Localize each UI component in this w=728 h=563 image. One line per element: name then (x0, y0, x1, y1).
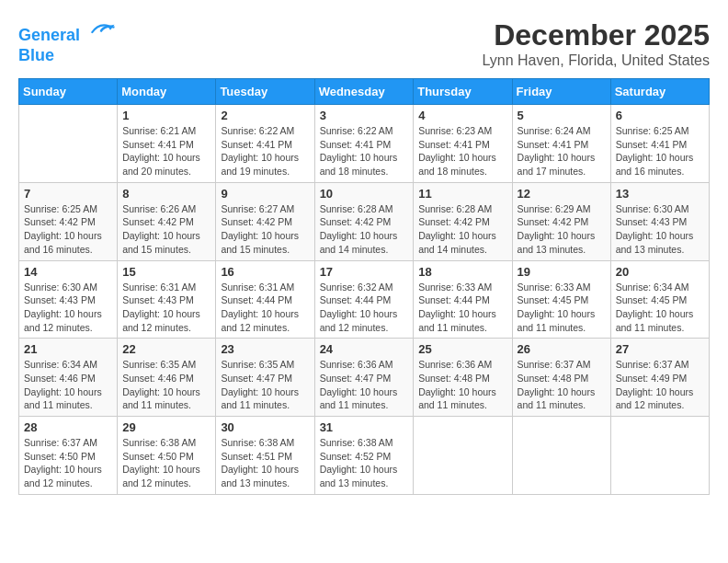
header: General Blue December 2025 Lynn Haven, F… (18, 18, 710, 69)
calendar-day-cell: 30Sunrise: 6:38 AM Sunset: 4:51 PM Dayli… (216, 417, 314, 495)
day-number: 6 (616, 109, 704, 122)
weekday-header-cell: Friday (512, 79, 610, 105)
calendar-day-cell: 22Sunrise: 6:35 AM Sunset: 4:46 PM Dayli… (118, 339, 216, 417)
day-info: Sunrise: 6:38 AM Sunset: 4:52 PM Dayligh… (320, 436, 409, 490)
day-number: 17 (320, 265, 409, 279)
calendar-day-cell: 12Sunrise: 6:29 AM Sunset: 4:42 PM Dayli… (512, 182, 610, 260)
day-number: 20 (616, 265, 704, 279)
day-number: 24 (320, 342, 409, 356)
day-number: 31 (320, 420, 409, 434)
calendar-day-cell: 4Sunrise: 6:23 AM Sunset: 4:41 PM Daylig… (414, 105, 512, 183)
title-area: December 2025 Lynn Haven, Florida, Unite… (482, 18, 710, 69)
calendar-day-cell: 29Sunrise: 6:38 AM Sunset: 4:50 PM Dayli… (118, 417, 216, 495)
day-number: 25 (418, 342, 506, 356)
day-number: 30 (221, 420, 309, 434)
calendar-day-cell: 27Sunrise: 6:37 AM Sunset: 4:49 PM Dayli… (610, 339, 709, 417)
calendar-day-cell: 3Sunrise: 6:22 AM Sunset: 4:41 PM Daylig… (314, 105, 414, 183)
day-info: Sunrise: 6:30 AM Sunset: 4:43 PM Dayligh… (24, 281, 112, 335)
day-number: 11 (418, 187, 506, 201)
day-info: Sunrise: 6:31 AM Sunset: 4:44 PM Dayligh… (221, 281, 309, 335)
calendar-day-cell: 13Sunrise: 6:30 AM Sunset: 4:43 PM Dayli… (610, 182, 709, 260)
calendar-day-cell: 9Sunrise: 6:27 AM Sunset: 4:42 PM Daylig… (216, 182, 314, 260)
calendar-day-cell: 6Sunrise: 6:25 AM Sunset: 4:41 PM Daylig… (610, 105, 709, 183)
day-info: Sunrise: 6:28 AM Sunset: 4:42 PM Dayligh… (418, 202, 506, 257)
day-number: 23 (221, 342, 309, 356)
day-number: 8 (122, 187, 210, 201)
calendar-day-cell: 24Sunrise: 6:36 AM Sunset: 4:47 PM Dayli… (314, 339, 414, 417)
day-info: Sunrise: 6:25 AM Sunset: 4:41 PM Dayligh… (616, 124, 704, 178)
day-info: Sunrise: 6:36 AM Sunset: 4:47 PM Dayligh… (320, 358, 409, 412)
calendar-body: 1Sunrise: 6:21 AM Sunset: 4:41 PM Daylig… (19, 105, 710, 495)
day-info: Sunrise: 6:21 AM Sunset: 4:41 PM Dayligh… (122, 124, 210, 178)
calendar-day-cell: 26Sunrise: 6:37 AM Sunset: 4:48 PM Dayli… (512, 339, 610, 417)
day-info: Sunrise: 6:37 AM Sunset: 4:49 PM Dayligh… (616, 358, 704, 412)
day-number: 14 (24, 265, 112, 279)
day-info: Sunrise: 6:28 AM Sunset: 4:42 PM Dayligh… (320, 202, 409, 257)
calendar-day-cell: 16Sunrise: 6:31 AM Sunset: 4:44 PM Dayli… (216, 260, 314, 339)
calendar-day-cell: 23Sunrise: 6:35 AM Sunset: 4:47 PM Dayli… (216, 339, 314, 417)
day-info: Sunrise: 6:23 AM Sunset: 4:41 PM Dayligh… (418, 124, 506, 178)
day-info: Sunrise: 6:26 AM Sunset: 4:42 PM Dayligh… (122, 202, 210, 257)
day-info: Sunrise: 6:32 AM Sunset: 4:44 PM Dayligh… (320, 281, 409, 335)
day-number: 16 (221, 265, 309, 279)
day-number: 26 (518, 342, 606, 356)
day-number: 3 (320, 109, 409, 122)
day-info: Sunrise: 6:31 AM Sunset: 4:43 PM Dayligh… (122, 281, 210, 335)
day-number: 18 (418, 265, 506, 279)
weekday-header-cell: Sunday (19, 79, 118, 105)
calendar-day-cell (512, 417, 610, 495)
day-number: 4 (418, 109, 506, 122)
day-info: Sunrise: 6:34 AM Sunset: 4:46 PM Dayligh… (24, 358, 112, 412)
calendar-day-cell (414, 417, 512, 495)
day-info: Sunrise: 6:37 AM Sunset: 4:50 PM Dayligh… (24, 436, 112, 490)
day-info: Sunrise: 6:35 AM Sunset: 4:47 PM Dayligh… (221, 358, 309, 412)
day-info: Sunrise: 6:38 AM Sunset: 4:50 PM Dayligh… (122, 436, 210, 490)
day-info: Sunrise: 6:24 AM Sunset: 4:41 PM Dayligh… (518, 124, 606, 178)
day-number: 12 (518, 187, 606, 201)
calendar-week-row: 21Sunrise: 6:34 AM Sunset: 4:46 PM Dayli… (19, 339, 710, 417)
day-info: Sunrise: 6:22 AM Sunset: 4:41 PM Dayligh… (221, 124, 309, 178)
day-info: Sunrise: 6:29 AM Sunset: 4:42 PM Dayligh… (518, 202, 606, 257)
calendar-day-cell: 11Sunrise: 6:28 AM Sunset: 4:42 PM Dayli… (414, 182, 512, 260)
day-info: Sunrise: 6:25 AM Sunset: 4:42 PM Dayligh… (24, 202, 112, 257)
weekday-header-cell: Wednesday (314, 79, 414, 105)
weekday-header-cell: Tuesday (216, 79, 314, 105)
day-info: Sunrise: 6:22 AM Sunset: 4:41 PM Dayligh… (320, 124, 409, 178)
calendar-week-row: 1Sunrise: 6:21 AM Sunset: 4:41 PM Daylig… (19, 105, 710, 183)
day-info: Sunrise: 6:36 AM Sunset: 4:48 PM Dayligh… (418, 358, 506, 412)
weekday-header-row: SundayMondayTuesdayWednesdayThursdayFrid… (19, 79, 710, 105)
day-number: 1 (122, 109, 210, 122)
calendar-day-cell: 15Sunrise: 6:31 AM Sunset: 4:43 PM Dayli… (118, 260, 216, 339)
logo-general: General (18, 26, 80, 44)
day-number: 9 (221, 187, 309, 201)
day-number: 7 (24, 187, 112, 201)
day-number: 10 (320, 187, 409, 201)
day-info: Sunrise: 6:33 AM Sunset: 4:45 PM Dayligh… (518, 281, 606, 335)
calendar-week-row: 28Sunrise: 6:37 AM Sunset: 4:50 PM Dayli… (19, 417, 710, 495)
day-info: Sunrise: 6:37 AM Sunset: 4:48 PM Dayligh… (518, 358, 606, 412)
calendar-day-cell: 19Sunrise: 6:33 AM Sunset: 4:45 PM Dayli… (512, 260, 610, 339)
calendar: SundayMondayTuesdayWednesdayThursdayFrid… (18, 78, 710, 495)
day-number: 5 (518, 109, 606, 122)
day-number: 2 (221, 109, 309, 122)
weekday-header-cell: Monday (118, 79, 216, 105)
calendar-week-row: 14Sunrise: 6:30 AM Sunset: 4:43 PM Dayli… (19, 260, 710, 339)
logo-blue: Blue (18, 46, 116, 66)
calendar-day-cell: 31Sunrise: 6:38 AM Sunset: 4:52 PM Dayli… (314, 417, 414, 495)
day-number: 29 (122, 420, 210, 434)
day-number: 22 (122, 342, 210, 356)
month-title: December 2025 (482, 18, 710, 52)
day-info: Sunrise: 6:34 AM Sunset: 4:45 PM Dayligh… (616, 281, 704, 335)
calendar-day-cell: 21Sunrise: 6:34 AM Sunset: 4:46 PM Dayli… (19, 339, 118, 417)
day-info: Sunrise: 6:38 AM Sunset: 4:51 PM Dayligh… (221, 436, 309, 490)
day-info: Sunrise: 6:35 AM Sunset: 4:46 PM Dayligh… (122, 358, 210, 412)
calendar-day-cell: 7Sunrise: 6:25 AM Sunset: 4:42 PM Daylig… (19, 182, 118, 260)
calendar-day-cell (19, 105, 118, 183)
day-info: Sunrise: 6:27 AM Sunset: 4:42 PM Dayligh… (221, 202, 309, 257)
calendar-day-cell: 17Sunrise: 6:32 AM Sunset: 4:44 PM Dayli… (314, 260, 414, 339)
day-number: 19 (518, 265, 606, 279)
logo: General Blue (18, 18, 116, 65)
day-number: 28 (24, 420, 112, 434)
day-info: Sunrise: 6:33 AM Sunset: 4:44 PM Dayligh… (418, 281, 506, 335)
day-number: 21 (24, 342, 112, 356)
